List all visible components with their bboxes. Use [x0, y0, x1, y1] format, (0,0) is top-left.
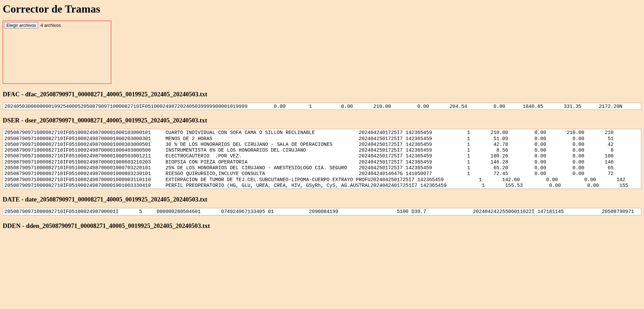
section-heading-dser: DSER - dser_20508790971_00008271_40005_0… [3, 117, 641, 124]
dfac-textarea[interactable]: 2024050300000000199254000520508790971000… [3, 103, 641, 110]
dser-textarea[interactable]: 20508790971000082710IF051000249870000100… [3, 129, 641, 189]
date-textarea[interactable]: 20508790971000082710IF0510002498700001I … [3, 208, 641, 215]
page-title: Corrector de Tramas [3, 3, 641, 15]
section-heading-dfac: DFAC - dfac_20508790971_00008271_40005_0… [3, 91, 641, 98]
file-count-label: 4 archivos [40, 23, 61, 28]
section-heading-date: DATE - date_20508790971_00008271_40005_0… [3, 196, 641, 203]
section-heading-dden: DDEN - dden_20508790971_00008271_40005_0… [3, 222, 641, 230]
file-drop-zone[interactable]: Elegir archivos 4 archivos [3, 21, 111, 84]
choose-files-button[interactable]: Elegir archivos [4, 22, 38, 28]
